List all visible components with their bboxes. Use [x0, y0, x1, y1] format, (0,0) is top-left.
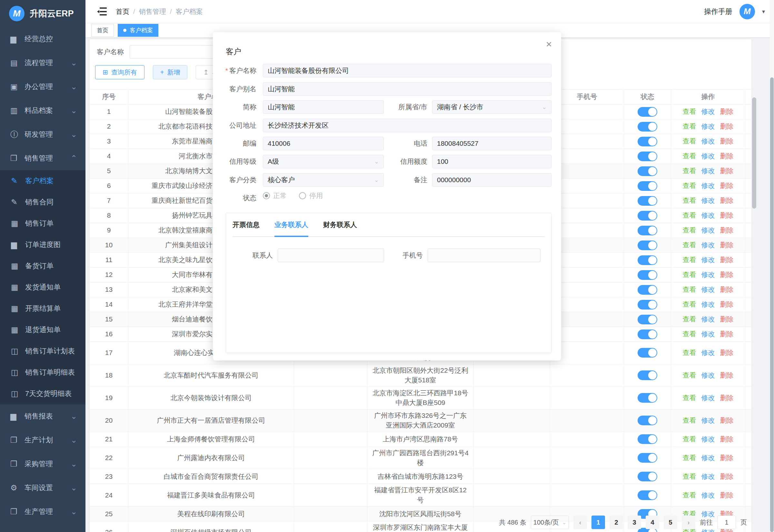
edit-link[interactable]: 修改	[701, 285, 715, 294]
delete-link[interactable]: 删除	[720, 136, 734, 146]
delete-link[interactable]: 删除	[720, 270, 734, 280]
status-toggle-on[interactable]	[638, 416, 657, 425]
sidebar-item-sales-order-plan[interactable]: ◫销售订单计划表	[0, 340, 85, 362]
view-link[interactable]: 查看	[683, 393, 696, 403]
delete-link[interactable]: 删除	[720, 196, 734, 205]
add-button[interactable]: + 新增	[153, 65, 188, 79]
page-button-3[interactable]: 3	[628, 516, 641, 529]
sidebar-item-invoice-settlement[interactable]: ▦开票结算单	[0, 298, 85, 319]
sidebar-item-customer-archive[interactable]: ✎客户档案	[0, 170, 85, 192]
sidebar-item-process-mgmt[interactable]: ▤流程管理⌄	[0, 51, 85, 75]
delete-link[interactable]: 删除	[720, 472, 734, 481]
page-scrollbar-thumb[interactable]	[770, 77, 774, 532]
status-toggle-on[interactable]	[638, 107, 657, 117]
status-toggle-on[interactable]	[638, 434, 657, 444]
edit-link[interactable]: 修改	[701, 472, 715, 481]
status-toggle-on[interactable]	[638, 241, 657, 250]
edit-link[interactable]: 修改	[701, 211, 715, 220]
sidebar-item-delivery-notice[interactable]: ▦发货通知单	[0, 277, 85, 298]
view-link[interactable]: 查看	[683, 270, 696, 280]
page-scrollbar[interactable]	[770, 0, 774, 532]
sidebar-item-sales-order[interactable]: ▦销售订单	[0, 213, 85, 234]
sidebar-item-rnd-mgmt[interactable]: Ⓘ研发管理⌄	[0, 123, 85, 146]
page-button-1[interactable]: 1	[591, 516, 605, 529]
sidebar-item-sales-contract[interactable]: ✎销售合同	[0, 192, 85, 213]
breadcrumb-item[interactable]: 客户档案	[176, 7, 203, 16]
delete-link[interactable]: 删除	[720, 434, 734, 444]
status-radio-normal[interactable]: 正常	[263, 191, 287, 200]
page-button-2[interactable]: 2	[610, 516, 623, 529]
delete-link[interactable]: 删除	[720, 107, 734, 116]
delete-link[interactable]: 删除	[720, 225, 734, 235]
page-button-4[interactable]: 4	[646, 516, 659, 529]
status-radio-disabled[interactable]: 停用	[299, 191, 323, 200]
delete-link[interactable]: 删除	[720, 300, 734, 309]
view-link[interactable]: 查看	[683, 490, 696, 500]
edit-link[interactable]: 修改	[701, 166, 715, 176]
sidebar-item-purchase-mgmt[interactable]: ❐采购管理⌄	[0, 452, 85, 476]
status-toggle-on[interactable]	[638, 370, 657, 380]
goto-page-input[interactable]	[717, 516, 736, 529]
status-toggle-on[interactable]	[638, 196, 657, 206]
customer-name-field[interactable]: 山河智能装备股份有限公司	[263, 64, 551, 77]
edit-link[interactable]: 修改	[701, 416, 715, 425]
remark-field[interactable]: 000000000	[432, 173, 551, 187]
collapse-sidebar-icon[interactable]	[97, 7, 107, 16]
view-link[interactable]: 查看	[683, 453, 696, 463]
delete-link[interactable]: 删除	[720, 370, 734, 380]
status-toggle-on[interactable]	[638, 122, 657, 132]
customer-alias-field[interactable]: 山河智能	[263, 82, 551, 96]
contact-input[interactable]	[278, 249, 384, 262]
edit-link[interactable]: 修改	[701, 490, 715, 500]
view-link[interactable]: 查看	[683, 122, 696, 131]
view-link[interactable]: 查看	[683, 181, 696, 191]
sidebar-item-delivery-7day[interactable]: ◫7天交货明细表	[0, 383, 85, 404]
page-button-5[interactable]: 5	[664, 516, 677, 529]
sidebar-item-dashboard[interactable]: ▆经营总控	[0, 27, 85, 51]
edit-link[interactable]: 修改	[701, 434, 715, 444]
edit-link[interactable]: 修改	[701, 136, 715, 146]
tab-客户档案[interactable]: 客户档案	[118, 24, 158, 37]
manual-link[interactable]: 操作手册	[704, 7, 732, 16]
delete-link[interactable]: 删除	[720, 166, 734, 176]
status-toggle-on[interactable]	[638, 255, 657, 265]
view-link[interactable]: 查看	[683, 240, 696, 250]
delete-link[interactable]: 删除	[720, 490, 734, 500]
company-address-field[interactable]: 长沙经济技术开发区	[263, 119, 551, 132]
sidebar-item-material-archive[interactable]: ▥料品档案⌄	[0, 99, 85, 123]
view-link[interactable]: 查看	[683, 211, 696, 220]
edit-link[interactable]: 修改	[701, 151, 715, 161]
delete-link[interactable]: 删除	[720, 151, 734, 161]
status-toggle-on[interactable]	[638, 300, 657, 310]
status-toggle-on[interactable]	[638, 137, 657, 146]
sidebar-item-workshop-settings[interactable]: ⚙车间设置⌄	[0, 476, 85, 500]
edit-link[interactable]: 修改	[701, 270, 715, 280]
table-scrollbar-thumb[interactable]	[752, 97, 756, 209]
status-toggle-on[interactable]	[638, 348, 657, 358]
status-toggle-on[interactable]	[638, 453, 657, 463]
sidebar-item-sales-mgmt[interactable]: ❐销售管理⌃	[0, 146, 85, 170]
view-link[interactable]: 查看	[683, 472, 696, 481]
status-toggle-on[interactable]	[638, 270, 657, 280]
edit-link[interactable]: 修改	[701, 314, 715, 324]
page-size-select[interactable]: 100条/页⌄	[531, 516, 569, 529]
avatar[interactable]: M	[739, 4, 755, 19]
sidebar-item-order-progress[interactable]: ▆订单进度图	[0, 234, 85, 255]
delete-link[interactable]: 删除	[720, 348, 734, 358]
edit-link[interactable]: 修改	[701, 240, 715, 250]
delete-link[interactable]: 删除	[720, 255, 734, 265]
view-link[interactable]: 查看	[683, 348, 696, 358]
delete-link[interactable]: 删除	[720, 314, 734, 324]
status-toggle-on[interactable]	[638, 211, 657, 221]
sidebar-item-sales-report[interactable]: ▆销售报表⌄	[0, 404, 85, 428]
view-link[interactable]: 查看	[683, 107, 696, 116]
status-toggle-on[interactable]	[638, 330, 657, 339]
delete-link[interactable]: 删除	[720, 453, 734, 463]
contact-phone-input[interactable]	[428, 249, 541, 262]
edit-link[interactable]: 修改	[701, 348, 715, 358]
credit-limit-field[interactable]: 100	[432, 155, 551, 168]
view-link[interactable]: 查看	[683, 434, 696, 444]
prev-page-button[interactable]: ‹	[573, 516, 587, 529]
breadcrumb-item[interactable]: 销售管理	[139, 7, 166, 16]
edit-link[interactable]: 修改	[701, 181, 715, 191]
